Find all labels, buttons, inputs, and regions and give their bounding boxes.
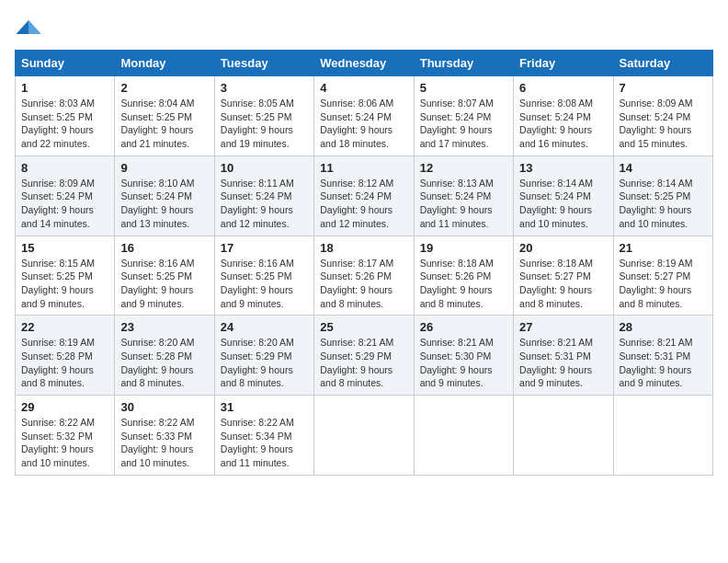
- day-number: 26: [420, 320, 507, 334]
- day-info: Sunrise: 8:10 AM Sunset: 5:24 PM Dayligh…: [120, 177, 208, 231]
- calendar-cell: 29 Sunrise: 8:22 AM Sunset: 5:32 PM Dayl…: [16, 396, 115, 476]
- day-info: Sunrise: 8:06 AM Sunset: 5:24 PM Dayligh…: [320, 97, 407, 151]
- day-number: 19: [420, 241, 507, 255]
- day-info: Sunrise: 8:20 AM Sunset: 5:29 PM Dayligh…: [221, 336, 308, 390]
- day-number: 25: [320, 320, 407, 334]
- day-info: Sunrise: 8:09 AM Sunset: 5:24 PM Dayligh…: [620, 97, 707, 151]
- col-header-saturday: Saturday: [613, 51, 712, 76]
- day-number: 24: [221, 320, 308, 334]
- col-header-sunday: Sunday: [16, 51, 115, 76]
- day-info: Sunrise: 8:12 AM Sunset: 5:24 PM Dayligh…: [320, 177, 407, 231]
- col-header-friday: Friday: [514, 51, 613, 76]
- calendar-cell: 24 Sunrise: 8:20 AM Sunset: 5:29 PM Dayl…: [214, 316, 313, 396]
- calendar-cell: 8 Sunrise: 8:09 AM Sunset: 5:24 PM Dayli…: [16, 155, 115, 236]
- day-info: Sunrise: 8:21 AM Sunset: 5:29 PM Dayligh…: [320, 336, 407, 390]
- calendar-cell: 10 Sunrise: 8:11 AM Sunset: 5:24 PM Dayl…: [214, 155, 313, 236]
- calendar-cell: 15 Sunrise: 8:15 AM Sunset: 5:25 PM Dayl…: [16, 236, 115, 316]
- day-number: 16: [120, 241, 208, 255]
- day-info: Sunrise: 8:03 AM Sunset: 5:25 PM Dayligh…: [21, 97, 108, 151]
- day-info: Sunrise: 8:21 AM Sunset: 5:30 PM Dayligh…: [420, 336, 507, 390]
- calendar-cell: 13 Sunrise: 8:14 AM Sunset: 5:24 PM Dayl…: [514, 155, 613, 236]
- day-number: 8: [21, 161, 108, 175]
- day-number: 5: [420, 81, 507, 95]
- calendar-cell: 9 Sunrise: 8:10 AM Sunset: 5:24 PM Dayli…: [115, 155, 214, 236]
- calendar-cell: 12 Sunrise: 8:13 AM Sunset: 5:24 PM Dayl…: [414, 155, 513, 236]
- day-number: 12: [420, 161, 507, 175]
- svg-marker-1: [28, 20, 41, 34]
- day-number: 20: [519, 241, 607, 255]
- day-number: 27: [519, 320, 607, 334]
- calendar-cell: 26 Sunrise: 8:21 AM Sunset: 5:30 PM Dayl…: [414, 316, 513, 396]
- calendar-cell: 17 Sunrise: 8:16 AM Sunset: 5:25 PM Dayl…: [214, 236, 313, 316]
- day-info: Sunrise: 8:21 AM Sunset: 5:31 PM Dayligh…: [620, 336, 707, 390]
- day-number: 28: [620, 320, 707, 334]
- day-info: Sunrise: 8:19 AM Sunset: 5:27 PM Dayligh…: [620, 257, 707, 311]
- day-number: 3: [221, 81, 308, 95]
- calendar-cell: 31 Sunrise: 8:22 AM Sunset: 5:34 PM Dayl…: [214, 396, 313, 476]
- day-number: 15: [21, 241, 108, 255]
- day-info: Sunrise: 8:21 AM Sunset: 5:31 PM Dayligh…: [519, 336, 607, 390]
- calendar-cell: 21 Sunrise: 8:19 AM Sunset: 5:27 PM Dayl…: [613, 236, 712, 316]
- calendar-cell: [314, 396, 414, 476]
- day-info: Sunrise: 8:04 AM Sunset: 5:25 PM Dayligh…: [120, 97, 208, 151]
- calendar-cell: 2 Sunrise: 8:04 AM Sunset: 5:25 PM Dayli…: [115, 76, 214, 156]
- day-number: 31: [221, 400, 308, 414]
- calendar-cell: 5 Sunrise: 8:07 AM Sunset: 5:24 PM Dayli…: [414, 76, 513, 156]
- calendar-cell: [514, 396, 613, 476]
- day-info: Sunrise: 8:09 AM Sunset: 5:24 PM Dayligh…: [21, 177, 108, 231]
- day-number: 11: [320, 161, 407, 175]
- day-number: 7: [620, 81, 707, 95]
- day-info: Sunrise: 8:13 AM Sunset: 5:24 PM Dayligh…: [420, 177, 507, 231]
- day-info: Sunrise: 8:18 AM Sunset: 5:27 PM Dayligh…: [519, 257, 607, 311]
- day-number: 13: [519, 161, 607, 175]
- col-header-tuesday: Tuesday: [214, 51, 313, 76]
- day-info: Sunrise: 8:15 AM Sunset: 5:25 PM Dayligh…: [21, 257, 108, 311]
- day-number: 4: [320, 81, 407, 95]
- calendar-cell: 18 Sunrise: 8:17 AM Sunset: 5:26 PM Dayl…: [314, 236, 414, 316]
- day-info: Sunrise: 8:22 AM Sunset: 5:32 PM Dayligh…: [21, 416, 108, 470]
- calendar-cell: 27 Sunrise: 8:21 AM Sunset: 5:31 PM Dayl…: [514, 316, 613, 396]
- day-info: Sunrise: 8:14 AM Sunset: 5:24 PM Dayligh…: [519, 177, 607, 231]
- col-header-thursday: Thursday: [414, 51, 513, 76]
- header: [15, 15, 713, 42]
- day-number: 29: [21, 400, 108, 414]
- day-info: Sunrise: 8:14 AM Sunset: 5:25 PM Dayligh…: [620, 177, 707, 231]
- calendar-cell: 30 Sunrise: 8:22 AM Sunset: 5:33 PM Dayl…: [115, 396, 214, 476]
- col-header-monday: Monday: [115, 51, 214, 76]
- logo: [15, 15, 46, 42]
- day-info: Sunrise: 8:08 AM Sunset: 5:24 PM Dayligh…: [519, 97, 607, 151]
- calendar-cell: [414, 396, 513, 476]
- day-info: Sunrise: 8:19 AM Sunset: 5:28 PM Dayligh…: [21, 336, 108, 390]
- day-info: Sunrise: 8:22 AM Sunset: 5:33 PM Dayligh…: [120, 416, 208, 470]
- calendar-cell: 20 Sunrise: 8:18 AM Sunset: 5:27 PM Dayl…: [514, 236, 613, 316]
- day-info: Sunrise: 8:16 AM Sunset: 5:25 PM Dayligh…: [120, 257, 208, 311]
- day-info: Sunrise: 8:11 AM Sunset: 5:24 PM Dayligh…: [221, 177, 308, 231]
- day-number: 14: [620, 161, 707, 175]
- calendar-cell: 4 Sunrise: 8:06 AM Sunset: 5:24 PM Dayli…: [314, 76, 414, 156]
- day-info: Sunrise: 8:20 AM Sunset: 5:28 PM Dayligh…: [120, 336, 208, 390]
- day-info: Sunrise: 8:18 AM Sunset: 5:26 PM Dayligh…: [420, 257, 507, 311]
- day-info: Sunrise: 8:07 AM Sunset: 5:24 PM Dayligh…: [420, 97, 507, 151]
- calendar-cell: 22 Sunrise: 8:19 AM Sunset: 5:28 PM Dayl…: [16, 316, 115, 396]
- day-info: Sunrise: 8:05 AM Sunset: 5:25 PM Dayligh…: [221, 97, 308, 151]
- day-number: 30: [120, 400, 208, 414]
- day-number: 17: [221, 241, 308, 255]
- day-number: 9: [120, 161, 208, 175]
- calendar-cell: 23 Sunrise: 8:20 AM Sunset: 5:28 PM Dayl…: [115, 316, 214, 396]
- calendar-cell: 6 Sunrise: 8:08 AM Sunset: 5:24 PM Dayli…: [514, 76, 613, 156]
- day-number: 22: [21, 320, 108, 334]
- day-number: 6: [519, 81, 607, 95]
- calendar-cell: 16 Sunrise: 8:16 AM Sunset: 5:25 PM Dayl…: [115, 236, 214, 316]
- col-header-wednesday: Wednesday: [314, 51, 414, 76]
- day-info: Sunrise: 8:17 AM Sunset: 5:26 PM Dayligh…: [320, 257, 407, 311]
- day-info: Sunrise: 8:16 AM Sunset: 5:25 PM Dayligh…: [221, 257, 308, 311]
- calendar-cell: 14 Sunrise: 8:14 AM Sunset: 5:25 PM Dayl…: [613, 155, 712, 236]
- day-number: 23: [120, 320, 208, 334]
- calendar-cell: [613, 396, 712, 476]
- day-number: 21: [620, 241, 707, 255]
- calendar-cell: 11 Sunrise: 8:12 AM Sunset: 5:24 PM Dayl…: [314, 155, 414, 236]
- calendar-cell: 1 Sunrise: 8:03 AM Sunset: 5:25 PM Dayli…: [16, 76, 115, 156]
- day-number: 2: [120, 81, 208, 95]
- day-info: Sunrise: 8:22 AM Sunset: 5:34 PM Dayligh…: [221, 416, 308, 470]
- calendar-cell: 7 Sunrise: 8:09 AM Sunset: 5:24 PM Dayli…: [613, 76, 712, 156]
